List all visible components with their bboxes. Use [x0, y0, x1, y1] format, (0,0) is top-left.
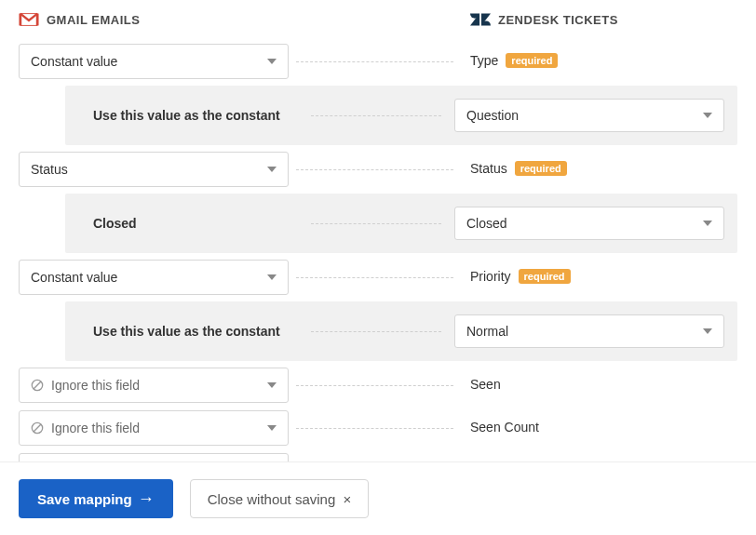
chevron-down-icon [703, 221, 712, 226]
target-field-status: Status [470, 161, 507, 176]
target-field-type: Type [470, 53, 498, 68]
source-select-type[interactable]: Constant value [19, 44, 289, 79]
save-button-label: Save mapping [37, 491, 132, 507]
chevron-down-icon [267, 274, 277, 280]
connector-line [296, 61, 453, 62]
ban-icon [31, 421, 44, 435]
constant-value-select-priority[interactable]: Normal [454, 314, 724, 348]
target-header: ZENDESK TICKETS [498, 13, 618, 27]
arrow-right-icon: → [138, 490, 155, 507]
constant-label: Use this value as the constant [93, 108, 298, 123]
svg-line-3 [34, 424, 41, 432]
source-select-label: Ignore this field [51, 421, 140, 435]
svg-line-1 [34, 381, 41, 389]
required-badge: required [506, 53, 558, 68]
target-field-seen: Seen [470, 377, 501, 392]
status-value-label: Closed [466, 216, 507, 231]
chevron-down-icon [267, 167, 277, 172]
chevron-down-icon [703, 113, 712, 118]
constant-label: Use this value as the constant [93, 324, 298, 339]
source-select-label: Constant value [31, 54, 117, 69]
connector-line [296, 385, 453, 386]
source-header: GMAIL EMAILS [47, 13, 140, 27]
ban-icon [31, 379, 44, 392]
required-badge: required [519, 269, 571, 284]
chevron-down-icon [267, 425, 277, 431]
source-select-seen-count[interactable]: Ignore this field [19, 410, 289, 446]
required-badge: required [515, 161, 567, 176]
source-select-label: Status [31, 162, 68, 177]
constant-value-label: Normal [466, 324, 508, 339]
connector-line [296, 277, 453, 278]
source-select-seen[interactable]: Ignore this field [19, 368, 289, 403]
source-select-status[interactable]: Status [19, 152, 289, 187]
chevron-down-icon [267, 382, 277, 388]
connector-line [296, 428, 453, 429]
source-select-priority[interactable]: Constant value [19, 260, 289, 295]
target-field-priority: Priority [470, 269, 511, 284]
status-value-select[interactable]: Closed [454, 207, 724, 240]
close-without-saving-button[interactable]: Close without saving × [190, 479, 370, 518]
source-select-label: Constant value [31, 270, 117, 285]
status-sub-row: Closed Closed [65, 194, 737, 253]
close-button-label: Close without saving [208, 491, 336, 507]
chevron-down-icon [703, 328, 712, 334]
connector-line [296, 169, 453, 170]
save-mapping-button[interactable]: Save mapping → [19, 479, 173, 518]
status-sub-label: Closed [93, 216, 298, 231]
close-x-icon: × [339, 491, 351, 507]
constant-sub-row-type: Use this value as the constant Question [65, 86, 737, 145]
connector-line [311, 115, 441, 116]
gmail-icon [19, 11, 39, 28]
zendesk-icon [470, 11, 491, 28]
constant-value-select-type[interactable]: Question [454, 99, 724, 132]
target-field-seen-count: Seen Count [470, 420, 539, 435]
connector-line [311, 331, 441, 332]
constant-value-label: Question [466, 108, 519, 123]
chevron-down-icon [267, 59, 277, 64]
source-select-label: Ignore this field [51, 378, 140, 393]
connector-line [311, 223, 441, 224]
constant-sub-row-priority: Use this value as the constant Normal [65, 301, 737, 361]
